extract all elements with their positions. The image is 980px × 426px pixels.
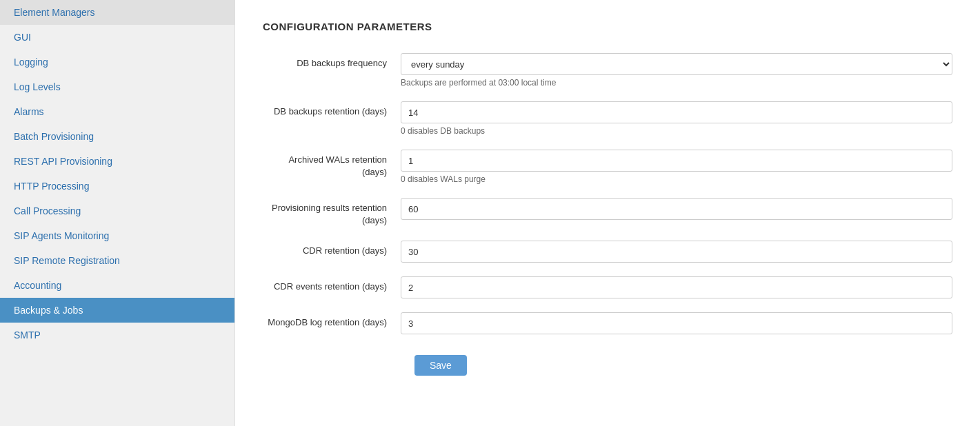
sidebar-item-log-levels[interactable]: Log Levels: [0, 74, 234, 99]
archived-wals-retention-input[interactable]: [401, 150, 952, 172]
sidebar-item-smtp[interactable]: SMTP: [0, 323, 234, 347]
archived-wals-retention-label: Archived WALs retention (days): [263, 150, 401, 179]
archived-wals-retention-row: Archived WALs retention (days) 0 disable…: [263, 150, 952, 184]
cdr-retention-row: CDR retention (days): [263, 241, 952, 263]
archived-wals-retention-wrap: 0 disables WALs purge: [401, 150, 952, 184]
provisioning-results-retention-row: Provisioning results retention (days): [263, 198, 952, 227]
sidebar-item-http-processing[interactable]: HTTP Processing: [0, 174, 234, 199]
sidebar-item-sip-remote-registration[interactable]: SIP Remote Registration: [0, 248, 234, 273]
db-backups-freq-label: DB backups frequency: [263, 53, 401, 70]
db-backups-freq-wrap: every sundayevery dayevery mondayevery t…: [401, 53, 952, 88]
db-backups-retention-hint: 0 disables DB backups: [401, 126, 952, 136]
sidebar: Element ManagersGUILoggingLog LevelsAlar…: [0, 0, 234, 426]
cdr-retention-label: CDR retention (days): [263, 241, 401, 257]
db-backups-retention-input[interactable]: [401, 101, 952, 123]
sidebar-item-sip-agents-monitoring[interactable]: SIP Agents Monitoring: [0, 223, 234, 248]
page-title: CONFIGURATION PARAMETERS: [263, 21, 952, 32]
db-backups-freq-hint: Backups are performed at 03:00 local tim…: [401, 78, 952, 88]
cdr-events-retention-row: CDR events retention (days): [263, 276, 952, 298]
sidebar-item-accounting[interactable]: Accounting: [0, 273, 234, 298]
db-backups-freq-select[interactable]: every sundayevery dayevery mondayevery t…: [401, 53, 952, 75]
provisioning-results-retention-wrap: [401, 198, 952, 220]
db-backups-freq-row: DB backups frequency every sundayevery d…: [263, 53, 952, 88]
cdr-events-retention-label: CDR events retention (days): [263, 276, 401, 293]
mongodb-log-retention-row: MongoDB log retention (days): [263, 312, 952, 334]
sidebar-item-batch-provisioning[interactable]: Batch Provisioning: [0, 124, 234, 149]
sidebar-item-alarms[interactable]: Alarms: [0, 99, 234, 124]
cdr-retention-wrap: [401, 241, 952, 263]
sidebar-item-rest-api-provisioning[interactable]: REST API Provisioning: [0, 149, 234, 174]
provisioning-results-retention-label: Provisioning results retention (days): [263, 198, 401, 227]
provisioning-results-retention-input[interactable]: [401, 198, 952, 220]
db-backups-retention-wrap: 0 disables DB backups: [401, 101, 952, 136]
main-content: CONFIGURATION PARAMETERS DB backups freq…: [234, 0, 980, 426]
cdr-events-retention-wrap: [401, 276, 952, 298]
archived-wals-retention-hint: 0 disables WALs purge: [401, 174, 952, 184]
db-backups-retention-row: DB backups retention (days) 0 disables D…: [263, 101, 952, 136]
form-actions: Save: [414, 348, 952, 376]
cdr-retention-input[interactable]: [401, 241, 952, 263]
mongodb-log-retention-wrap: [401, 312, 952, 334]
mongodb-log-retention-label: MongoDB log retention (days): [263, 312, 401, 329]
sidebar-item-element-managers[interactable]: Element Managers: [0, 0, 234, 25]
save-button[interactable]: Save: [414, 355, 467, 376]
sidebar-item-logging[interactable]: Logging: [0, 50, 234, 74]
mongodb-log-retention-input[interactable]: [401, 312, 952, 334]
cdr-events-retention-input[interactable]: [401, 276, 952, 298]
sidebar-item-gui[interactable]: GUI: [0, 25, 234, 50]
db-backups-retention-label: DB backups retention (days): [263, 101, 401, 118]
sidebar-item-backups-&-jobs[interactable]: Backups & Jobs: [0, 298, 234, 323]
sidebar-item-call-processing[interactable]: Call Processing: [0, 199, 234, 223]
